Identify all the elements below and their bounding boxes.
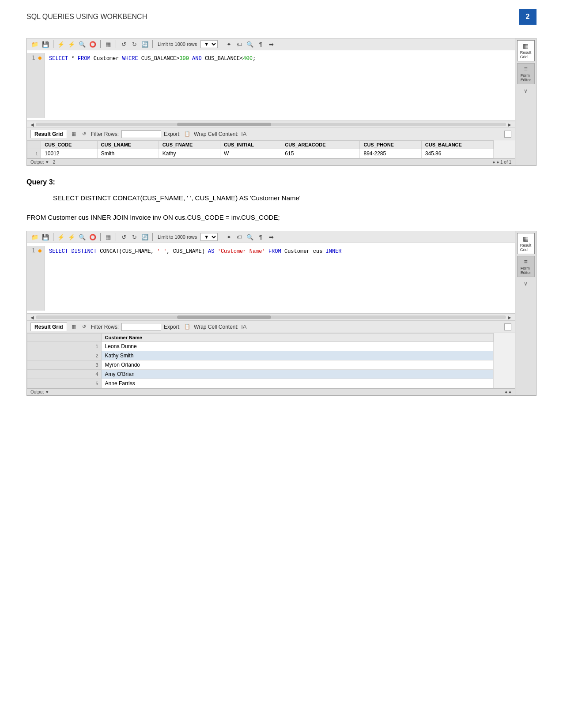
export-icon[interactable]: 📋: [183, 131, 191, 138]
grid-side-icon: ▦: [523, 42, 529, 49]
code-area-2[interactable]: SELECT DISTINCT CONCAT(CUS_FNAME, ' ', C…: [45, 246, 515, 311]
grid-icon-2[interactable]: ▦: [104, 233, 113, 241]
folder-icon[interactable]: 📁: [30, 40, 39, 48]
table-row: 5Anne Farriss: [27, 379, 494, 388]
col-header-cus-fname: CUS_FNAME: [159, 141, 220, 149]
limit-dropdown[interactable]: ▼: [200, 40, 218, 48]
result-section-1: Result Grid ▦ ↺ Filter Rows: Export: 📋 W…: [27, 128, 515, 165]
magnify-icon[interactable]: 🔍: [246, 40, 254, 48]
undo-icon[interactable]: ↺: [119, 40, 128, 48]
form-editor-side-btn[interactable]: ≡ FormEditor: [517, 63, 535, 84]
refresh-icon-2[interactable]: 🔄: [140, 233, 149, 241]
wrap-icon-2[interactable]: IA: [241, 323, 246, 330]
refresh-tab-icon[interactable]: ↺: [80, 131, 88, 138]
sep4b: [152, 233, 153, 241]
circle-icon[interactable]: ⭕: [88, 40, 97, 48]
save-icon-2[interactable]: 💾: [41, 233, 50, 241]
row-num-header-2: [27, 334, 102, 342]
checkbox-2[interactable]: [504, 323, 511, 330]
form-editor-side-btn-2[interactable]: ≡ FormEditor: [517, 256, 535, 277]
grid-icon[interactable]: ▦: [104, 40, 113, 48]
result-grid-tab-2[interactable]: Result Grid: [30, 323, 67, 331]
row-num-cell: 2: [27, 351, 102, 360]
lightning2-icon-2[interactable]: ⚡: [67, 233, 76, 241]
table-cell: Anne Farriss: [101, 379, 493, 388]
page-title: SQL QUERIES USING WORKBENCH: [26, 13, 147, 21]
wrap-icon[interactable]: IA: [241, 131, 246, 137]
tag-icon-2[interactable]: 🏷: [235, 233, 244, 241]
arrow-icon-2[interactable]: ➡: [267, 233, 276, 241]
grid-container-2: Customer Name 1Leona Dunne2Kathy Smith3M…: [27, 333, 515, 388]
save-icon[interactable]: 💾: [41, 40, 50, 48]
sep5b: [221, 233, 221, 241]
lightning2-icon[interactable]: ⚡: [67, 40, 76, 48]
filter-label-2: Filter Rows:: [91, 324, 119, 330]
workbench-panel-2: 📁 💾 ⚡ ⚡ 🔍 ⭕ ▦ ↺ ↻ 🔄 Limit to 1000 rows ▼…: [26, 231, 537, 396]
result-grid-side-btn-2[interactable]: ▦ ResultGrid: [517, 233, 535, 254]
scroll-right-2[interactable]: ▶: [506, 315, 513, 320]
chevron-down-icon[interactable]: ∨: [524, 88, 528, 94]
search-icon[interactable]: 🔍: [78, 40, 87, 48]
col-header-cus-areacode: CUS_AREACODE: [281, 141, 360, 149]
chevron-down-icon-2[interactable]: ∨: [524, 281, 528, 287]
magnify-icon-2[interactable]: 🔍: [246, 233, 254, 241]
star-icon[interactable]: ✦: [224, 40, 233, 48]
code-area-1[interactable]: SELECT * FROM Customer WHERE CUS_BALANCE…: [45, 53, 515, 118]
sep4: [152, 40, 153, 48]
circle-icon-2[interactable]: ⭕: [88, 233, 97, 241]
result-grid-side-btn[interactable]: ▦ ResultGrid: [517, 40, 535, 61]
line-num-2: 1: [32, 248, 35, 254]
limit-label-2: Limit to 1000 rows: [158, 234, 197, 240]
status-text-3: Output ▼: [30, 390, 49, 394]
bracket-icon-2[interactable]: ¶: [256, 233, 265, 241]
sep3b: [116, 233, 116, 241]
sep5: [221, 40, 221, 48]
scroll-right[interactable]: ▶: [506, 122, 513, 127]
undo-icon-2[interactable]: ↺: [119, 233, 128, 241]
redo-icon-2[interactable]: ↻: [130, 233, 139, 241]
sep2b: [100, 233, 101, 241]
status-text-2: 2: [53, 160, 56, 165]
grid-tab-icon[interactable]: ▦: [70, 131, 78, 138]
row-num-cell: 1: [27, 342, 102, 351]
col-header-cus-code: CUS_CODE: [41, 141, 97, 149]
tag-icon[interactable]: 🏷: [235, 40, 244, 48]
table-cell: 894-2285: [360, 149, 421, 158]
export-icon-2[interactable]: 📋: [183, 323, 191, 330]
form-side-icon: ≡: [524, 65, 527, 72]
limit-dropdown-2[interactable]: ▼: [200, 233, 218, 241]
row-num-cell: 4: [27, 370, 102, 379]
result-grid-tab[interactable]: Result Grid: [30, 130, 67, 138]
checkbox[interactable]: [504, 131, 511, 138]
page-header: SQL QUERIES USING WORKBENCH 2: [26, 9, 537, 25]
grid-container-1: CUS_CODE CUS_LNAME CUS_FNAME CUS_INITIAL…: [27, 140, 515, 158]
line-dot: ●: [38, 55, 42, 61]
filter-input-2[interactable]: [121, 323, 161, 331]
refresh-icon[interactable]: 🔄: [140, 40, 149, 48]
sep1b: [53, 233, 53, 241]
status-info-1: ● ● 1 of 1: [492, 160, 511, 165]
star-icon-2[interactable]: ✦: [224, 233, 233, 241]
result-grid-2: Customer Name 1Leona Dunne2Kathy Smith3M…: [27, 333, 494, 388]
result-grid-side-label-2: ResultGrid: [520, 243, 532, 252]
filter-input-1[interactable]: [121, 130, 161, 138]
lightning-icon-2[interactable]: ⚡: [57, 233, 65, 241]
refresh-tab-icon-2[interactable]: ↺: [80, 323, 88, 330]
table-cell: Amy O'Brian: [101, 370, 493, 379]
side-panel-1: ▦ ResultGrid ≡ FormEditor ∨: [515, 38, 536, 165]
folder-icon-2[interactable]: 📁: [30, 233, 39, 241]
hscroll-1[interactable]: ◀ ▶: [27, 121, 515, 128]
hscroll-2[interactable]: ◀ ▶: [27, 314, 515, 321]
bracket-icon[interactable]: ¶: [256, 40, 265, 48]
col-header-cus-lname: CUS_LNAME: [97, 141, 159, 149]
lightning-icon[interactable]: ⚡: [57, 40, 65, 48]
export-label: Export:: [164, 131, 181, 137]
search-icon-2[interactable]: 🔍: [78, 233, 87, 241]
hscroll-track: [36, 123, 506, 126]
grid-tab-icon-2[interactable]: ▦: [70, 323, 78, 330]
redo-icon[interactable]: ↻: [130, 40, 139, 48]
wb-editor-1: 1 ● SELECT * FROM Customer WHERE CUS_BAL…: [27, 50, 515, 121]
scroll-left[interactable]: ◀: [29, 122, 36, 127]
scroll-left-2[interactable]: ◀: [29, 315, 36, 320]
arrow-icon[interactable]: ➡: [267, 40, 276, 48]
